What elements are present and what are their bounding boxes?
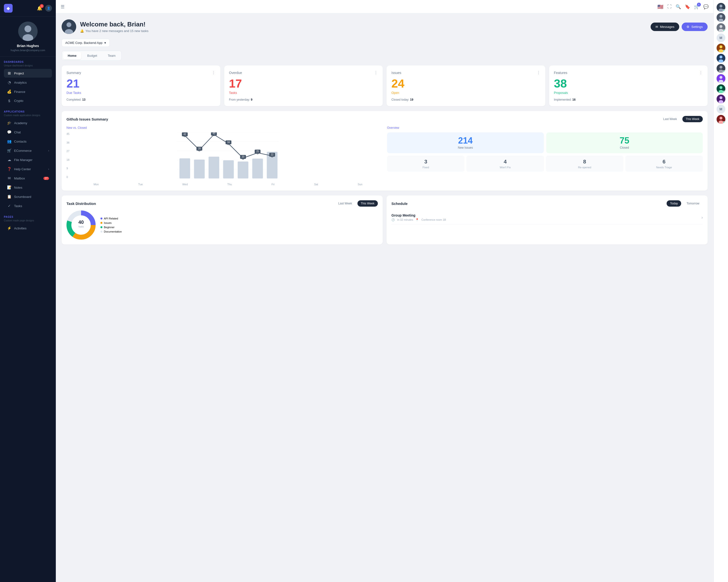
tasks-icon: ✓ bbox=[7, 204, 11, 208]
github-tab-thisweek[interactable]: This Week bbox=[682, 116, 703, 122]
sidebar-item-tasks[interactable]: ✓ Tasks bbox=[4, 201, 52, 210]
sidebar-item-helpcenter[interactable]: ❓ Help Center › bbox=[4, 165, 52, 173]
sidebar-item-label: Chat bbox=[14, 131, 21, 134]
language-flag[interactable]: 🇺🇸 bbox=[657, 4, 664, 10]
task-dist-tab-lastweek[interactable]: Last Week bbox=[335, 200, 355, 206]
topbar: ☰ 🇺🇸 ⛶ 🔍 🔖 🛒 5 💬 bbox=[56, 0, 713, 13]
project-selector[interactable]: ACME Corp. Backend App ▾ bbox=[62, 39, 110, 47]
tab-home[interactable]: Home bbox=[63, 52, 81, 59]
stat-number-features: 38 bbox=[554, 78, 703, 89]
project-selector-label: ACME Corp. Backend App bbox=[65, 41, 102, 45]
right-avatar-12[interactable] bbox=[717, 115, 725, 124]
sidebar-item-notes[interactable]: 📝 Notes bbox=[4, 183, 52, 192]
scrumboard-icon: 📋 bbox=[7, 194, 11, 199]
sidebar-item-mailbox[interactable]: ✉ Mailbox 27 bbox=[4, 174, 52, 183]
dot-label-mon: 42 bbox=[183, 133, 186, 136]
chevron-right-icon[interactable]: › bbox=[702, 215, 703, 220]
svg-point-4 bbox=[67, 22, 71, 27]
stat-label-issues: Open bbox=[391, 91, 540, 94]
expand-icon[interactable]: ⛶ bbox=[667, 4, 672, 9]
x-label-sat: Sat bbox=[314, 183, 318, 186]
right-avatar-8[interactable] bbox=[717, 74, 725, 83]
schedule-meeting-time: in 32 minutes bbox=[397, 218, 413, 221]
envelope-icon: ✉ bbox=[655, 25, 658, 29]
sidebar-item-label: Mailbox bbox=[14, 176, 25, 180]
stat-card-header-issues: Issues ⋮ bbox=[391, 70, 540, 75]
right-avatar-2[interactable] bbox=[717, 13, 725, 22]
sidebar-item-label: Activities bbox=[14, 226, 26, 230]
schedule-tab-today[interactable]: Today bbox=[667, 200, 681, 206]
sidebar-top-icons: 🔔 3 👤 bbox=[37, 5, 52, 11]
tab-team[interactable]: Team bbox=[103, 52, 120, 59]
sidebar-item-analytics[interactable]: ◔ Analytics bbox=[4, 78, 52, 87]
tab-budget[interactable]: Budget bbox=[82, 52, 102, 59]
stat-label-features: Proposals bbox=[554, 91, 703, 94]
helpcenter-icon: ❓ bbox=[7, 167, 11, 171]
sidebar-item-filemanager[interactable]: ☁ File Manager bbox=[4, 156, 52, 164]
sidebar-item-chat[interactable]: 💬 Chat bbox=[4, 128, 52, 137]
cart-icon[interactable]: 🛒 5 bbox=[694, 4, 699, 9]
stat-card-overdue: Overdue ⋮ 17 Tasks From yesterday: 9 bbox=[224, 65, 383, 106]
sidebar-item-contacts[interactable]: 👥 Contacts bbox=[4, 137, 52, 146]
stat-card-menu-summary[interactable]: ⋮ bbox=[212, 70, 215, 75]
stat-card-menu-overdue[interactable]: ⋮ bbox=[374, 70, 378, 75]
sidebar-item-ecommerce[interactable]: 🛒 ECommerce › bbox=[4, 146, 52, 155]
menu-toggle-icon[interactable]: ☰ bbox=[61, 4, 64, 9]
right-avatar-9[interactable] bbox=[717, 84, 725, 93]
task-distribution-panel: Task Distribution Last Week This Week 40… bbox=[62, 195, 383, 244]
schedule-tab-tomorrow[interactable]: Tomorrow bbox=[683, 200, 703, 206]
app-logo[interactable]: ◆ bbox=[4, 4, 12, 12]
sidebar-item-project[interactable]: ⊞ Project bbox=[4, 69, 52, 78]
page-header: Welcome back, Brian! 🔔 You have 2 new me… bbox=[62, 20, 708, 34]
sidebar-item-label: Notes bbox=[14, 186, 22, 189]
mailbox-icon: ✉ bbox=[7, 176, 11, 181]
overview-bottom: 3 Fixed 4 Won't Fix 8 Re-opened 6 bbox=[387, 156, 703, 172]
online-indicator-9 bbox=[723, 91, 725, 93]
wontfix-number: 4 bbox=[469, 159, 541, 165]
right-avatar-10[interactable] bbox=[717, 94, 725, 103]
dot-label-fri: 20 bbox=[242, 156, 244, 158]
stat-card-menu-issues[interactable]: ⋮ bbox=[537, 70, 540, 75]
messages-button[interactable]: ✉ Messages bbox=[651, 23, 679, 31]
section-sub-dashboards: Unique dashboard designs bbox=[4, 64, 52, 67]
section-label-dashboards: DASHBOARDS bbox=[4, 61, 52, 63]
right-avatar-3[interactable] bbox=[717, 23, 725, 32]
right-avatar-4[interactable]: M bbox=[717, 33, 725, 42]
search-icon[interactable]: 🔍 bbox=[676, 4, 681, 9]
closed-label: Closed bbox=[550, 146, 699, 149]
stat-label-overdue: Tasks bbox=[229, 91, 378, 94]
bar-sat bbox=[252, 159, 263, 178]
right-avatar-7[interactable] bbox=[717, 64, 725, 73]
user-avatar-small[interactable]: 👤 bbox=[45, 5, 52, 11]
stat-card-header-features: Features ⋮ bbox=[554, 70, 703, 75]
right-avatar-6[interactable] bbox=[717, 54, 725, 62]
stat-card-menu-features[interactable]: ⋮ bbox=[699, 70, 703, 75]
bar-tue bbox=[194, 160, 205, 178]
header-subtitle: 🔔 You have 2 new messages and 15 new tas… bbox=[80, 29, 647, 33]
stat-card-summary: Summary ⋮ 21 Due Tasks Completed: 13 bbox=[62, 65, 220, 106]
profile-name: Brian Hughes bbox=[4, 44, 52, 48]
bar-thu bbox=[223, 160, 234, 178]
task-dist-tab-thisweek[interactable]: This Week bbox=[358, 200, 378, 206]
topbar-chat-icon[interactable]: 💬 bbox=[703, 4, 709, 9]
sidebar-item-academy[interactable]: 🎓 Academy bbox=[4, 118, 52, 127]
sidebar-item-scrumboard[interactable]: 📋 Scrumboard bbox=[4, 192, 52, 201]
sidebar-item-finance[interactable]: 💰 Finance bbox=[4, 87, 52, 96]
y-label-45: 45 bbox=[67, 132, 70, 135]
settings-button[interactable]: ⚙ Settings bbox=[682, 23, 708, 31]
sidebar-section-pages: PAGES Custom made page designs ⚡ Activit… bbox=[0, 212, 56, 234]
schedule-meeting-title: Group Meeting bbox=[391, 213, 446, 217]
sidebar-item-activities[interactable]: ⚡ Activities bbox=[4, 224, 52, 232]
notifications-bell[interactable]: 🔔 3 bbox=[37, 6, 42, 11]
svg-point-38 bbox=[720, 56, 722, 58]
sidebar-item-label-project: Project bbox=[14, 72, 24, 75]
right-avatar-5[interactable] bbox=[717, 44, 725, 52]
right-avatar-1[interactable] bbox=[717, 3, 725, 11]
right-avatar-11[interactable]: M bbox=[717, 105, 725, 113]
github-panel-header: Github Issues Summary Last Week This Wee… bbox=[67, 116, 703, 122]
sidebar-item-crypto[interactable]: $ Crypto bbox=[4, 96, 52, 105]
x-label-fri: Fri bbox=[271, 183, 275, 186]
sidebar-section-dashboards: DASHBOARDS Unique dashboard designs ⊞ Pr… bbox=[0, 57, 56, 107]
bookmark-icon[interactable]: 🔖 bbox=[685, 4, 690, 9]
github-tab-lastweek[interactable]: Last Week bbox=[660, 116, 680, 122]
